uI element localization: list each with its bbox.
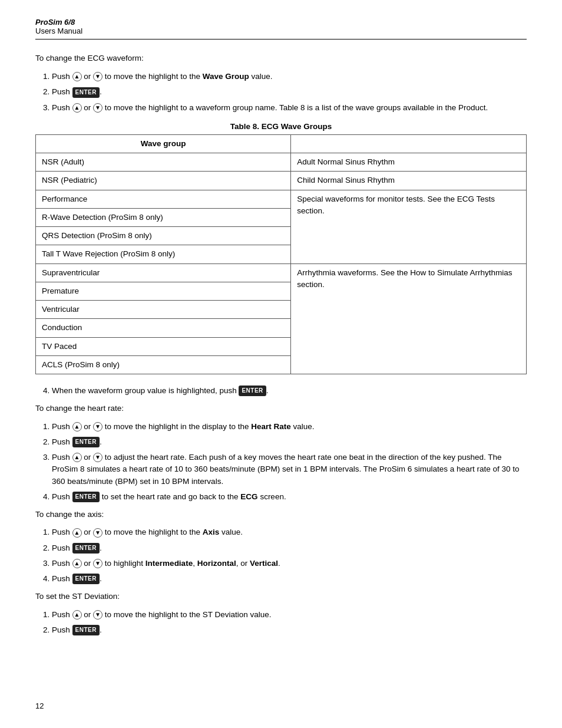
horizontal-label: Horizontal [197, 559, 236, 568]
axis-step-3: Push ▲ or ▼ to highlight Intermediate, H… [52, 558, 527, 569]
arrow-down-icon: ▼ [93, 72, 103, 81]
cell-child-normal: Child Normal Sinus Rhythm [291, 172, 527, 190]
arrow-down-icon-2: ▼ [93, 103, 103, 113]
vertical-label: Vertical [250, 559, 278, 568]
heart-rate-steps: Push ▲ or ▼ to move the highlight in the… [52, 421, 527, 503]
heart-rate-label: Heart Rate [251, 422, 291, 431]
arrow-down-st1: ▼ [93, 610, 103, 620]
col2-header [291, 134, 527, 153]
axis-intro: To change the axis: [35, 509, 527, 521]
table-row: NSR (Pediatric) Child Normal Sinus Rhyth… [36, 172, 527, 190]
table-row: NSR (Adult) Adult Normal Sinus Rhythm [36, 153, 527, 172]
intermediate-label: Intermediate [146, 559, 193, 568]
header-text: ProSim 6/8 Users Manual [35, 18, 82, 35]
st-intro: To set the ST Deviation: [35, 591, 527, 602]
cell-performance: Performance [36, 190, 291, 208]
cell-nsr-adult: NSR (Adult) [36, 153, 291, 172]
cell-arrhythmia: Arrhythmia waveforms. See the How to Sim… [291, 263, 527, 374]
wave-group-steps: Push ▲ or ▼ to move the highlight to the… [52, 71, 527, 114]
hr-step-2: Push ENTER. [52, 436, 527, 448]
arrow-down-ax1: ▼ [93, 528, 103, 538]
axis-step-4: Push ENTER. [52, 573, 527, 585]
axis-label: Axis [203, 528, 220, 536]
manual-name: Users Manual [35, 27, 82, 35]
enter-button-2: ENTER [239, 386, 266, 396]
enter-button-1: ENTER [72, 87, 100, 98]
col1-header: Wave group [36, 134, 291, 153]
table-row: Supraventricular Arrhythmia waveforms. S… [36, 263, 527, 282]
step-2: Push ENTER. [52, 86, 527, 98]
step-4: When the waveform group value is highlig… [52, 385, 527, 397]
enter-button-6: ENTER [72, 574, 100, 584]
table-row: Performance Special waveforms for monito… [36, 190, 527, 208]
arrow-down-ax3: ▼ [93, 559, 103, 568]
hr-step-3: Push ▲ or ▼ to adjust the heart rate. Ea… [52, 452, 527, 487]
arrow-up-hr3: ▲ [72, 453, 82, 462]
arrow-up-ax3: ▲ [72, 559, 82, 568]
page-header: ProSim 6/8 Users Manual [35, 18, 527, 39]
st-step-2: Push ENTER. [52, 624, 527, 636]
enter-button-3: ENTER [72, 437, 100, 447]
cell-conduction: Conduction [36, 319, 291, 337]
enter-button-5: ENTER [72, 543, 100, 554]
step-3: Push ▲ or ▼ to move the highlight to a w… [52, 102, 527, 114]
axis-step-1: Push ▲ or ▼ to move the highlight to the… [52, 526, 527, 538]
enter-button-7: ENTER [72, 625, 100, 635]
cell-acls: ACLS (ProSim 8 only) [36, 355, 291, 374]
st-step-1: Push ▲ or ▼ to move the highlight to the… [52, 609, 527, 621]
axis-step-2: Push ENTER. [52, 542, 527, 554]
arrow-up-hr1: ▲ [72, 422, 82, 431]
ecg-label: ECG [240, 492, 257, 501]
intro-text: To change the ECG waveform: [35, 54, 527, 62]
arrow-down-hr1: ▼ [93, 422, 103, 431]
arrow-up-st1: ▲ [72, 610, 82, 620]
cell-tall-t: Tall T Wave Rejection (ProSim 8 only) [36, 245, 291, 263]
cell-nsr-pediatric: NSR (Pediatric) [36, 172, 291, 190]
heart-rate-intro: To change the heart rate: [35, 403, 527, 414]
cell-special-waveforms: Special waveforms for monitor tests. See… [291, 190, 527, 263]
cell-supraventricular: Supraventricular [36, 263, 291, 282]
wave-group-label: Wave Group [203, 72, 249, 81]
cell-tv-paced: TV Paced [36, 337, 291, 355]
cell-qrs: QRS Detection (ProSim 8 only) [36, 227, 291, 245]
product-name: ProSim 6/8 [35, 18, 82, 27]
cell-rwave: R-Wave Detection (ProSim 8 only) [36, 208, 291, 226]
cell-ventricular: Ventricular [36, 301, 291, 319]
hr-step-4: Push ENTER to set the heart rate and go … [52, 491, 527, 503]
arrow-up-ax1: ▲ [72, 528, 82, 538]
st-steps: Push ▲ or ▼ to move the highlight to the… [52, 609, 527, 637]
step4-list: When the waveform group value is highlig… [52, 385, 527, 397]
main-content: To change the ECG waveform: Push ▲ or ▼ … [35, 54, 527, 636]
table-title: Table 8. ECG Wave Groups [35, 122, 527, 131]
ecg-wave-groups-table: Wave group NSR (Adult) Adult Normal Sinu… [35, 134, 527, 374]
cell-premature: Premature [36, 282, 291, 300]
page-number: 12 [35, 701, 44, 710]
enter-button-4: ENTER [72, 492, 100, 502]
step-1: Push ▲ or ▼ to move the highlight to the… [52, 71, 527, 83]
hr-step-1: Push ▲ or ▼ to move the highlight in the… [52, 421, 527, 433]
arrow-up-icon: ▲ [72, 72, 82, 81]
axis-steps: Push ▲ or ▼ to move the highlight to the… [52, 526, 527, 585]
arrow-down-hr3: ▼ [93, 453, 103, 462]
arrow-up-icon-2: ▲ [72, 103, 82, 113]
cell-adult-normal: Adult Normal Sinus Rhythm [291, 153, 527, 172]
page: ProSim 6/8 Users Manual To change the EC… [0, 0, 562, 728]
